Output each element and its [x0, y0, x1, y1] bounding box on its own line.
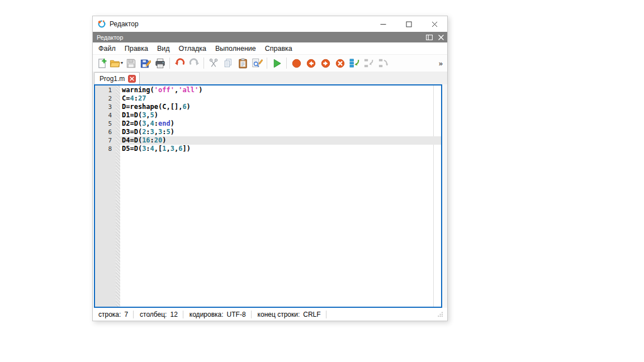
line-number: 6: [95, 128, 116, 136]
undock-widget-button[interactable]: [426, 35, 433, 40]
minimize-icon: [380, 21, 386, 27]
tab-close-icon: [130, 77, 134, 81]
tab-close-button[interactable]: [128, 75, 136, 83]
editor-scrollbar-track[interactable]: [442, 84, 447, 308]
tab-bar: Prog1.m: [93, 72, 447, 84]
code-line[interactable]: D1=D(3,5): [120, 111, 441, 120]
remove-breakpoints-button[interactable]: [333, 56, 347, 70]
status-line-label: строка:: [97, 311, 122, 318]
close-icon: [432, 21, 438, 27]
status-separator: [183, 311, 183, 318]
code-area[interactable]: warning('off','all')C=4:27D=reshape(C,[]…: [120, 85, 441, 307]
dock-close-icon: [438, 35, 444, 40]
open-icon: [110, 58, 120, 69]
paste-button[interactable]: [235, 56, 250, 70]
toolbar-separator: [267, 58, 267, 69]
toolbar-overflow-button[interactable]: »: [439, 59, 444, 68]
code-line[interactable]: warning('off','all'): [120, 86, 441, 94]
toolbar-separator: [203, 58, 204, 69]
close-button[interactable]: [422, 16, 447, 32]
save-as-icon: [140, 58, 151, 69]
status-eol-value: CRLF: [301, 311, 325, 318]
new-script-icon: [97, 58, 107, 69]
menu-item-file[interactable]: Файл: [94, 44, 120, 54]
titlebar[interactable]: Редактор: [93, 16, 447, 32]
line-number: 3: [95, 103, 116, 111]
octave-logo-icon: [97, 20, 106, 28]
open-dropdown-caret-icon[interactable]: ▾: [121, 61, 123, 65]
status-line-value: 7: [122, 311, 133, 318]
code-line[interactable]: D=reshape(C,[],6): [120, 103, 441, 111]
next-breakpoint-icon: [320, 58, 331, 69]
dock-title: Редактор: [97, 34, 123, 41]
find-button[interactable]: [250, 56, 264, 70]
prev-breakpoint-button[interactable]: [304, 56, 318, 70]
new-script-button[interactable]: [94, 56, 109, 70]
status-column-value: 12: [168, 311, 182, 318]
line-number: 1: [95, 86, 116, 94]
step-in-button[interactable]: [362, 56, 376, 70]
code-line[interactable]: D2=D(3,4:end): [120, 120, 441, 128]
redo-button[interactable]: [187, 56, 201, 70]
step-in-icon: [363, 58, 375, 68]
window-title: Редактор: [110, 20, 139, 28]
minimize-button[interactable]: [370, 16, 396, 32]
resize-grip[interactable]: [438, 312, 443, 317]
status-encoding: кодировка:UTF-8: [188, 311, 257, 318]
cut-button[interactable]: [206, 56, 221, 70]
line-number: 4: [95, 111, 116, 120]
toggle-breakpoint-button[interactable]: [289, 56, 304, 70]
code-line-current[interactable]: D4=D(16:20): [120, 136, 441, 145]
dock-close-button[interactable]: [438, 35, 444, 40]
menu-bar: ФайлПравкаВидОтладкаВыполнениеСправка: [93, 42, 447, 55]
maximize-icon: [406, 21, 412, 27]
status-items: строка:7столбец:12кодировка:UTF-8конец с…: [97, 311, 332, 318]
undo-button[interactable]: [172, 56, 187, 70]
line-number: 5: [95, 120, 116, 128]
status-column: столбец:12: [139, 311, 188, 318]
prev-breakpoint-icon: [306, 58, 316, 69]
toolbar: ▾ »: [93, 55, 447, 72]
toolbar-separator: [286, 58, 287, 69]
copy-button[interactable]: [221, 56, 235, 70]
save-icon: [126, 58, 136, 69]
menu-item-help[interactable]: Справка: [261, 44, 297, 54]
tab-label: Prog1.m: [100, 75, 125, 83]
editor-region: 12345678 warning('off','all')C=4:27D=res…: [93, 84, 447, 308]
resize-grip-icon: [438, 312, 443, 317]
print-icon: [155, 58, 165, 69]
open-button[interactable]: ▾: [109, 56, 124, 70]
line-number: 8: [95, 145, 116, 153]
menu-item-debug[interactable]: Отладка: [174, 44, 211, 54]
code-line[interactable]: D5=D(3:4,[1,3,6]): [120, 145, 441, 153]
status-separator: [326, 311, 326, 318]
find-icon: [252, 58, 263, 68]
step-out-button[interactable]: [376, 56, 391, 70]
code-line[interactable]: D3=D(2:3,3:5): [120, 128, 441, 136]
copy-icon: [223, 58, 233, 68]
menu-item-view[interactable]: Вид: [153, 44, 174, 54]
save-button[interactable]: [124, 56, 138, 70]
status-line: строка:7: [97, 311, 139, 318]
step-out-icon: [378, 58, 389, 68]
toolbar-buttons: ▾: [94, 56, 391, 70]
line-number: 7: [95, 136, 116, 145]
run-button[interactable]: [269, 56, 284, 70]
maximize-button[interactable]: [396, 16, 422, 32]
step-button[interactable]: [347, 56, 362, 70]
dock-titlebar[interactable]: Редактор: [93, 32, 447, 42]
editor-window: Редактор Редактор: [92, 16, 448, 321]
status-eol: конец строки:CRLF: [257, 311, 332, 318]
toolbar-separator: [169, 58, 170, 69]
code-editor[interactable]: 12345678 warning('off','all')C=4:27D=res…: [94, 84, 442, 308]
menu-item-edit[interactable]: Правка: [120, 44, 153, 54]
print-button[interactable]: [153, 56, 167, 70]
menu-item-run[interactable]: Выполнение: [211, 44, 261, 54]
breakpoint-margin[interactable]: [116, 85, 120, 307]
code-line[interactable]: C=4:27: [120, 94, 441, 103]
status-eol-label: конец строки:: [257, 311, 302, 318]
paste-icon: [238, 58, 248, 69]
tab-prog1[interactable]: Prog1.m: [94, 72, 140, 84]
save-as-button[interactable]: [138, 56, 153, 70]
next-breakpoint-button[interactable]: [318, 56, 333, 70]
